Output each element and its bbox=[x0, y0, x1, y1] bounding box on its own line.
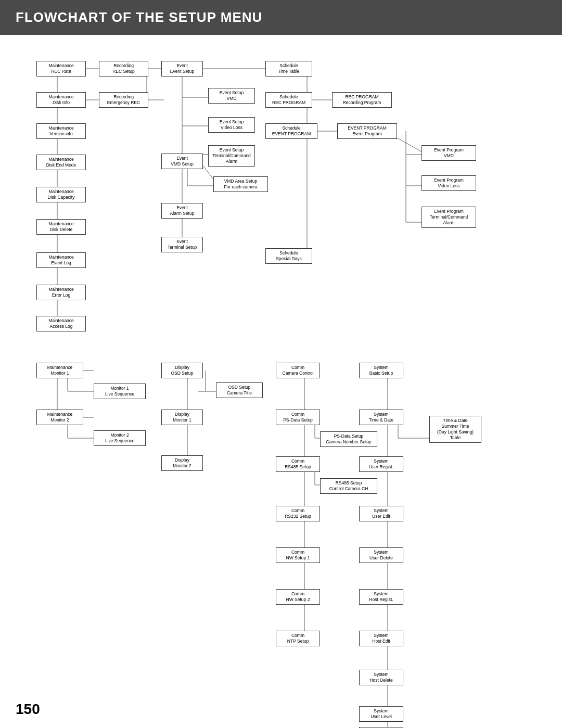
box-event-prog-terminal: Event ProgramTerminal/CommandAlarm bbox=[422, 207, 476, 228]
box-comm-camera-ctrl: CommCamera Control bbox=[276, 363, 320, 378]
box-rec-prog-recording: REC PROGRAMRecording Program bbox=[332, 92, 392, 108]
box-monitor2-live: Monitor 2Live Sequence bbox=[94, 430, 146, 446]
box-rec-emergency: RecordingEmergency REC bbox=[99, 92, 148, 108]
box-comm-nw1: CommNW Setup 1 bbox=[276, 547, 320, 563]
box-comm-ntp: CommNTP Setup bbox=[276, 631, 320, 646]
box-system-user-delete: SystemUser Delete bbox=[359, 547, 403, 563]
box-ps-camera-number: PS-Data SetupCamera Number Setup bbox=[320, 431, 377, 447]
box-time-date-summer: Time & DateSummer Time(Day Light Saving)… bbox=[429, 416, 481, 443]
box-maint-disk-del: MaintenanceDisk Delete bbox=[36, 219, 86, 235]
box-event-setup-video: Event SetupVideo Loss bbox=[208, 117, 255, 133]
flowchart-area: MaintenanceREC Rate RecordingREC Setup E… bbox=[0, 45, 562, 728]
box-system-host-edit: SystemHost Edit bbox=[359, 631, 403, 646]
box-rs485-control: RS485 SetupControl Camera CH bbox=[320, 478, 377, 494]
box-maint-monitor2: MaintenanceMonitor 2 bbox=[36, 410, 83, 425]
box-event-setup-vmd: Event SetupVMD bbox=[208, 88, 255, 104]
box-maint-disk-info: MaintenanceDisk Info bbox=[36, 92, 86, 108]
box-system-user-regist: SystemUser Regist. bbox=[359, 456, 403, 472]
box-monitor1-live: Monitor 1Live Sequence bbox=[94, 384, 146, 399]
box-comm-nw2: CommNW Setup 2 bbox=[276, 589, 320, 605]
box-system-user-level: SystemUser Level bbox=[359, 706, 403, 722]
box-maint-access-log: MaintenanceAccess Log bbox=[36, 316, 86, 331]
box-event-setup-terminal: Event SetupTerminal/CommandAlarm bbox=[208, 145, 255, 167]
box-maint-version: MaintenanceVersion info bbox=[36, 123, 86, 139]
box-event-prog-event: EVENT PROGRAMEvent Program bbox=[337, 123, 397, 139]
box-system-host-regist: SystemHost Regist. bbox=[359, 589, 403, 605]
box-schedule-event-prog: ScheduleEVENT PROGRAM bbox=[265, 123, 317, 139]
box-event-prog-video: Event ProgramVideo Loss bbox=[422, 175, 476, 191]
box-schedule-time-table: ScheduleTime Table bbox=[265, 61, 312, 76]
box-maint-disk-end: MaintenanceDisk End Mode bbox=[36, 155, 86, 170]
box-maint-monitor1: MaintenanceMonitor 1 bbox=[36, 363, 83, 378]
page-title: FLOWCHART OF THE SETUP MENU bbox=[16, 9, 546, 25]
box-system-basic: SystemBasic Setup bbox=[359, 363, 403, 378]
box-display-monitor2: DisplayMonitor 2 bbox=[161, 455, 203, 471]
box-event-vmd-setup: EventVMD Setup bbox=[161, 154, 203, 169]
box-system-time-date: SystemTime & Date bbox=[359, 410, 403, 425]
box-display-monitor1: DisplayMonitor 1 bbox=[161, 410, 203, 425]
box-osd-camera-title: OSD SetupCamera Title bbox=[216, 382, 263, 398]
box-comm-ps-data: CommPS-Data Setup bbox=[276, 410, 320, 425]
box-schedule-special: ScheduleSpecial Days bbox=[265, 248, 312, 264]
bottom-svg-lines bbox=[16, 352, 546, 728]
box-maint-disk-cap: MaintenanceDisk Capacity bbox=[36, 187, 86, 202]
box-system-user-edit: SystemUser Edit bbox=[359, 506, 403, 521]
section-top: MaintenanceREC Rate RecordingREC Setup E… bbox=[16, 50, 546, 342]
page-number: 150 bbox=[16, 701, 40, 718]
box-event-prog-vmd: Event ProgramVMD bbox=[422, 145, 476, 161]
box-rec-rec-setup: RecordingREC Setup bbox=[99, 61, 148, 76]
box-event-event-setup: EventEvent Setup bbox=[161, 61, 203, 76]
box-event-alarm-setup: EventAlarm Setup bbox=[161, 203, 203, 219]
page-header: FLOWCHART OF THE SETUP MENU bbox=[0, 0, 562, 35]
box-maint-error-log: MaintenanceError Log bbox=[36, 285, 86, 300]
box-schedule-rec-prog: ScheduleREC PROGRAM bbox=[265, 92, 312, 108]
box-vmd-area-setup: VMD Area SetupFor each camera bbox=[213, 176, 268, 192]
box-maint-rec-rate: MaintenanceREC Rate bbox=[36, 61, 86, 76]
box-event-terminal-setup: EventTerminal Setup bbox=[161, 237, 203, 252]
box-comm-rs485: CommRS485 Setup bbox=[276, 456, 320, 472]
box-maint-event-log: MaintenanceEvent Log bbox=[36, 252, 86, 268]
box-comm-rs232: CommRS232 Setup bbox=[276, 506, 320, 521]
box-system-host-delete: SystemHost Delete bbox=[359, 670, 403, 685]
section-bottom: MaintenanceMonitor 1 Monitor 1Live Seque… bbox=[16, 352, 546, 728]
box-display-osd: DisplayOSD Setup bbox=[161, 363, 203, 378]
